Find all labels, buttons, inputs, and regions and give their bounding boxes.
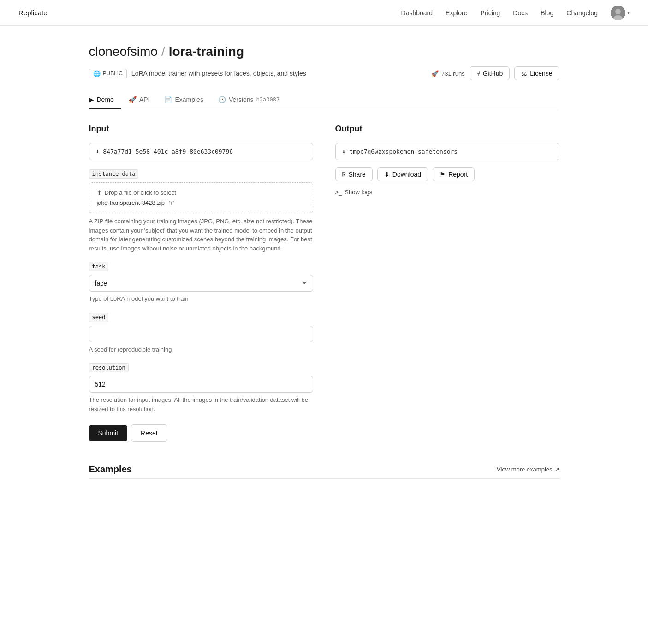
- license-button[interactable]: ⚖ License: [514, 66, 559, 80]
- examples-header: Examples View more examples ↗: [89, 464, 559, 475]
- share-label: Share: [349, 171, 366, 178]
- view-more-examples-link[interactable]: View more examples ↗: [497, 466, 559, 473]
- instance-data-label: instance_data: [89, 169, 139, 179]
- seed-group: seed A seed for reproducible training: [89, 313, 313, 354]
- examples-divider: [89, 478, 559, 479]
- badge-label: PUBLIC: [103, 70, 123, 77]
- chevron-down-icon: ▾: [627, 10, 630, 15]
- github-button[interactable]: ⑂ GitHub: [470, 66, 510, 80]
- external-link-icon: ↗: [554, 466, 559, 473]
- github-label: GitHub: [483, 70, 503, 77]
- main-nav: Dashboard Explore Pricing Docs Blog Chan…: [401, 6, 630, 20]
- report-button[interactable]: ⚑ Report: [433, 167, 475, 181]
- file-icon: ⬇: [342, 148, 346, 155]
- download-label: Download: [392, 171, 421, 178]
- report-label: Report: [448, 171, 468, 178]
- file-name: jake-transparent-3428.zip: [97, 199, 165, 206]
- resolution-input[interactable]: [89, 376, 313, 393]
- demo-columns: Input ⬇ 847a77d1-5e58-401c-a8f9-80e633c0…: [89, 124, 559, 442]
- api-icon: 🚀: [129, 96, 137, 103]
- tab-api[interactable]: 🚀 API: [129, 91, 157, 109]
- upload-icon: ⬆: [97, 189, 102, 196]
- terminal-icon: >_: [335, 189, 342, 196]
- show-logs-link[interactable]: >_ Show logs: [335, 189, 559, 196]
- header: Replicate Dashboard Explore Pricing Docs…: [0, 0, 648, 26]
- tab-api-label: API: [139, 96, 150, 103]
- model-name[interactable]: lora-training: [169, 44, 244, 59]
- meta-left: 🌐 PUBLIC LoRA model trainer with presets…: [89, 69, 306, 78]
- file-name-row: jake-transparent-3428.zip 🗑: [97, 199, 305, 206]
- logo[interactable]: Replicate: [18, 9, 48, 17]
- delete-file-icon[interactable]: 🗑: [168, 199, 175, 206]
- show-logs-label: Show logs: [345, 189, 372, 196]
- form-actions: Submit Reset: [89, 424, 313, 442]
- tab-versions[interactable]: 🕐 Versions b2a3087: [218, 91, 287, 109]
- task-desc: Type of LoRA model you want to train: [89, 294, 313, 304]
- nav-blog[interactable]: Blog: [541, 9, 553, 17]
- task-label: task: [89, 262, 109, 271]
- avatar: [611, 6, 625, 20]
- examples-title: Examples: [89, 464, 132, 475]
- version-badge: b2a3087: [256, 96, 280, 103]
- nav-docs[interactable]: Docs: [513, 9, 528, 17]
- instance-data-desc: A ZIP file containing your training imag…: [89, 217, 313, 253]
- download-icon: ⬇: [96, 148, 100, 155]
- runs-count: 🚀 731 runs: [431, 70, 465, 77]
- reset-button[interactable]: Reset: [131, 424, 167, 442]
- play-icon: ▶: [89, 96, 94, 103]
- run-id-value: 847a77d1-5e58-401c-a8f9-80e633c09796: [103, 148, 233, 155]
- share-icon: ⎘: [342, 171, 346, 178]
- clock-icon: 🕐: [218, 96, 226, 103]
- seed-desc: A seed for reproducible training: [89, 345, 313, 354]
- license-icon: ⚖: [521, 70, 527, 77]
- resolution-desc: The resolution for input images. All the…: [89, 395, 313, 413]
- globe-icon: 🌐: [93, 70, 101, 77]
- task-select[interactable]: face object style: [89, 275, 313, 292]
- user-avatar-button[interactable]: ▾: [611, 6, 630, 20]
- meta-right: 🚀 731 runs ⑂ GitHub ⚖ License: [431, 66, 559, 80]
- license-label: License: [530, 70, 552, 77]
- examples-section: Examples View more examples ↗: [89, 464, 559, 497]
- download-icon-output: ⬇: [384, 171, 390, 178]
- input-title: Input: [89, 124, 313, 134]
- tab-examples-label: Examples: [175, 96, 203, 103]
- task-group: task face object style Type of LoRA mode…: [89, 262, 313, 304]
- title-separator: /: [161, 44, 165, 59]
- file-upload-area[interactable]: ⬆ Drop a file or click to select jake-tr…: [89, 182, 313, 213]
- public-badge: 🌐 PUBLIC: [89, 69, 127, 78]
- doc-icon: 📄: [164, 96, 172, 103]
- view-more-label: View more examples: [497, 466, 552, 473]
- github-icon: ⑂: [476, 70, 480, 77]
- output-file-name: tmpc7q6wzxspokemon.safetensors: [349, 148, 458, 155]
- output-file-box: ⬇ tmpc7q6wzxspokemon.safetensors: [335, 143, 559, 160]
- nav-changelog[interactable]: Changelog: [566, 9, 598, 17]
- page-title-row: cloneofsimo / lora-training: [89, 44, 559, 59]
- share-button[interactable]: ⎘ Share: [335, 167, 373, 181]
- nav-explore[interactable]: Explore: [446, 9, 467, 17]
- nav-dashboard[interactable]: Dashboard: [401, 9, 433, 17]
- output-column: Output ⬇ tmpc7q6wzxspokemon.safetensors …: [335, 124, 559, 442]
- submit-button[interactable]: Submit: [89, 425, 128, 441]
- report-icon: ⚑: [440, 171, 446, 178]
- upload-hint: ⬆ Drop a file or click to select: [97, 189, 305, 196]
- output-actions: ⎘ Share ⬇ Download ⚑ Report: [335, 167, 559, 181]
- model-owner[interactable]: cloneofsimo: [89, 44, 158, 59]
- download-button[interactable]: ⬇ Download: [377, 167, 428, 181]
- nav-pricing[interactable]: Pricing: [481, 9, 500, 17]
- seed-input[interactable]: [89, 326, 313, 342]
- model-description: LoRA model trainer with presets for face…: [131, 70, 306, 77]
- tab-examples[interactable]: 📄 Examples: [164, 91, 210, 109]
- instance-data-group: instance_data ⬆ Drop a file or click to …: [89, 169, 313, 253]
- svg-point-1: [615, 9, 621, 14]
- rocket-icon: 🚀: [431, 70, 439, 77]
- input-column: Input ⬇ 847a77d1-5e58-401c-a8f9-80e633c0…: [89, 124, 313, 442]
- resolution-group: resolution The resolution for input imag…: [89, 363, 313, 413]
- seed-label: seed: [89, 313, 109, 322]
- runs-label: 731 runs: [441, 70, 465, 77]
- tab-demo-label: Demo: [97, 96, 114, 103]
- tab-demo[interactable]: ▶ Demo: [89, 91, 121, 109]
- run-id-box: ⬇ 847a77d1-5e58-401c-a8f9-80e633c09796: [89, 143, 313, 160]
- tabs: ▶ Demo 🚀 API 📄 Examples 🕐 Versions b2a30…: [89, 91, 559, 109]
- resolution-label: resolution: [89, 363, 129, 372]
- output-title: Output: [335, 124, 559, 134]
